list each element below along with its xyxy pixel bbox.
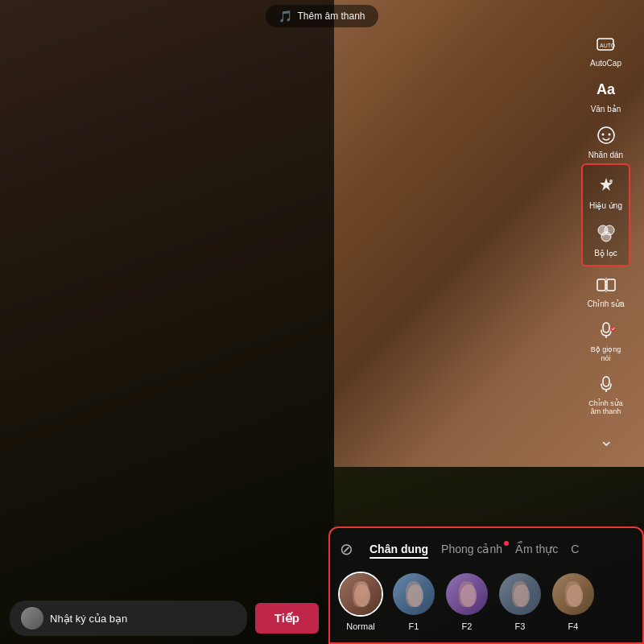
chevron-down-icon: ⌄ xyxy=(592,426,621,455)
toolbar-item-text[interactable]: Aa Văn bản xyxy=(588,72,625,118)
filter-item-f2[interactable]: F2 xyxy=(443,572,491,631)
filter-thumb-f1 xyxy=(391,572,436,617)
toolbar-item-sticker[interactable]: Nhãn dán xyxy=(585,118,626,163)
svg-point-20 xyxy=(567,584,583,607)
effects-label: Hiệu ứng xyxy=(589,201,622,211)
svg-point-17 xyxy=(407,584,423,607)
filter-name-f1: F1 xyxy=(409,621,419,631)
filters-label: Bộ lọc xyxy=(594,249,617,258)
voice-icon xyxy=(592,316,621,345)
filter-item-f1[interactable]: F1 xyxy=(390,572,438,631)
svg-point-13 xyxy=(610,327,615,332)
toolbar-item-audio[interactable]: Chỉnh sửaâm thanh xyxy=(585,366,626,420)
filter-tabs: ⊘ Chân dung Phong cảnh Ẩm thực C xyxy=(330,528,642,565)
filter-name-f4: F4 xyxy=(568,621,579,631)
filter-name-f2: F2 xyxy=(462,621,473,631)
filter-name-normal: Normal xyxy=(346,621,374,631)
svg-point-18 xyxy=(460,584,477,607)
filter-items: Normal F1 F2 xyxy=(330,565,642,634)
music-icon: 🎵 xyxy=(279,10,292,23)
tab-landscape[interactable]: Phong cảnh xyxy=(441,543,502,555)
filter-thumb-f4 xyxy=(551,572,596,617)
svg-point-8 xyxy=(601,232,611,242)
split-icon xyxy=(592,270,621,299)
tab-food[interactable]: Ẩm thực xyxy=(515,543,558,555)
add-sound-label: Thêm âm thanh xyxy=(297,10,365,22)
autocaption-label: AutoCap xyxy=(590,59,621,68)
top-bar: 🎵 Thêm âm thanh xyxy=(0,0,644,32)
svg-text:AUTO: AUTO xyxy=(600,43,616,48)
svg-point-2 xyxy=(598,127,614,143)
next-button[interactable]: Tiếp xyxy=(255,603,319,634)
filter-panel: ⊘ Chân dung Phong cảnh Ẩm thực C xyxy=(328,526,644,644)
filter-thumb-f2 xyxy=(444,572,489,617)
svg-point-5 xyxy=(609,180,613,183)
add-sound-button[interactable]: 🎵 Thêm âm thanh xyxy=(266,5,378,27)
toolbar-item-voice[interactable]: Bộ giọngnói xyxy=(588,312,625,366)
no-filter-button[interactable]: ⊘ xyxy=(340,539,353,559)
svg-point-4 xyxy=(608,134,610,136)
audio-icon xyxy=(592,369,621,398)
effects-icon xyxy=(592,171,621,200)
toolbar-item-split[interactable]: Chỉnh sửa xyxy=(584,266,627,312)
tab-portrait[interactable]: Chân dung xyxy=(369,543,428,555)
toolbar-chevron-down[interactable]: ⌄ xyxy=(588,423,624,458)
highlighted-effects-filters: Hiệu ứng Bộ lọc xyxy=(581,163,630,266)
svg-point-15 xyxy=(354,584,370,607)
bottom-bar: Nhật ký của bạn Tiếp xyxy=(0,601,328,636)
filter-item-normal[interactable]: Normal xyxy=(336,572,385,631)
svg-rect-9 xyxy=(597,279,605,291)
toolbar-scroll-area: AUTO AutoCap Aa Văn bản Nhãn dán xyxy=(576,24,636,596)
next-label: Tiếp xyxy=(275,611,299,625)
diary-label: Nhật ký của bạn xyxy=(50,613,127,625)
toolbar-item-effects[interactable]: Hiệu ứng xyxy=(586,168,625,214)
sticker-label: Nhãn dán xyxy=(588,151,623,160)
left-overlay xyxy=(0,0,334,644)
svg-rect-10 xyxy=(607,279,615,291)
filter-thumb-normal xyxy=(338,572,383,617)
svg-point-19 xyxy=(514,584,530,607)
sticker-icon xyxy=(592,121,621,150)
filter-item-f4[interactable]: F4 xyxy=(549,572,597,631)
diary-avatar xyxy=(21,607,43,630)
svg-point-16 xyxy=(356,581,369,597)
split-label: Chỉnh sửa xyxy=(587,299,624,309)
toolbar-item-autocaption[interactable]: AUTO AutoCap xyxy=(587,26,625,72)
diary-button[interactable]: Nhật ký của bạn xyxy=(10,601,247,636)
filters-icon xyxy=(592,219,621,248)
filter-thumb-f3 xyxy=(497,572,543,617)
toolbar-item-filters[interactable]: Bộ lọc xyxy=(588,216,624,262)
text-label: Văn bản xyxy=(591,105,621,114)
text-icon: Aa xyxy=(591,75,620,104)
filter-name-f3: F3 xyxy=(515,621,526,631)
filter-item-f3[interactable]: F3 xyxy=(496,572,544,631)
autocaption-icon: AUTO xyxy=(591,29,620,58)
svg-point-3 xyxy=(601,134,604,136)
landscape-dot xyxy=(504,541,509,546)
voice-label: Bộ giọngnói xyxy=(591,345,621,363)
audio-label: Chỉnh sửaâm thanh xyxy=(588,399,623,417)
tab-more[interactable]: C xyxy=(571,543,579,555)
